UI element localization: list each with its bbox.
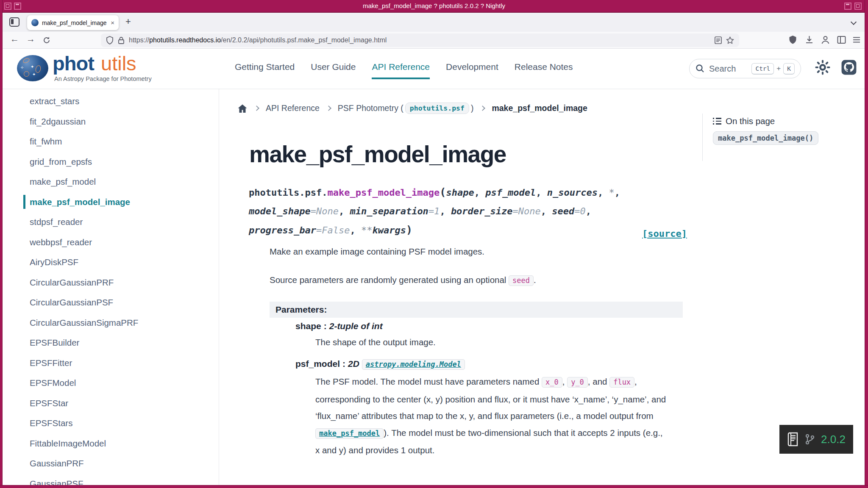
sidebars-icon[interactable] xyxy=(837,35,846,44)
toc-links: make_psf_model_image() xyxy=(713,134,818,142)
sidebar-item-fittableimagemodel[interactable]: FittableImageModel xyxy=(3,433,219,454)
tab-title: make_psf_model_image xyxy=(42,19,107,26)
logo-tagline: An Astropy Package for Photometry xyxy=(54,75,152,82)
url-bar[interactable]: https://photutils.readthedocs.io/en/2.0.… xyxy=(101,33,739,47)
param-type: 2D xyxy=(348,359,362,369)
breadcrumb-psf-photometry[interactable]: PSF Photometry ( photutils.psf ) xyxy=(338,103,474,114)
logo-text-phot[interactable]: phot xyxy=(53,52,94,75)
github-icon[interactable] xyxy=(841,59,857,75)
parameters-header: Parameters: xyxy=(270,302,683,318)
window-maximize-button[interactable] xyxy=(854,3,862,10)
sidebar-item-gaussianpsf[interactable]: GaussianPSF xyxy=(3,474,219,486)
description-paragraph: Make an example image containing PSF mod… xyxy=(270,245,693,258)
toc-heading: On this page xyxy=(726,116,775,126)
sidebar-item-extract_stars[interactable]: extract_stars xyxy=(3,91,219,111)
sidebar-item-airydiskpsf[interactable]: AiryDiskPSF xyxy=(3,252,219,272)
function-signature: photutils.psf.make_psf_model_image(shape… xyxy=(249,183,687,240)
inline-code: x_0 xyxy=(542,377,562,388)
sidebar-item-epsfstars[interactable]: EPSFStars xyxy=(3,413,219,433)
sidebar-item-fit_fwhm[interactable]: fit_fwhm xyxy=(3,131,219,152)
sidebar-item-epsffitter[interactable]: EPSFFitter xyxy=(3,353,219,373)
sidebar-item-circulargaussianpsf[interactable]: CircularGaussianPSF xyxy=(3,292,219,313)
version-label: 2.0.2 xyxy=(821,433,846,446)
back-button[interactable]: ← xyxy=(10,34,19,44)
sidebar-item-epsfmodel[interactable]: EPSFModel xyxy=(3,373,219,393)
window-titlebar: make_psf_model_image ? photutils 2.0.2 ?… xyxy=(0,0,868,13)
version-switcher[interactable]: 2.0.2 xyxy=(779,425,853,454)
new-tab-button[interactable]: + xyxy=(125,16,131,27)
nav-item-api-reference[interactable]: API Reference xyxy=(372,62,430,79)
search-box[interactable]: Search Ctrl + K xyxy=(689,59,801,78)
breadcrumb-separator-icon xyxy=(480,105,486,111)
description-paragraph: Source parameters are randomly generated… xyxy=(270,273,693,287)
nav-item-getting-started[interactable]: Getting Started xyxy=(235,62,295,79)
tab-close-icon[interactable]: × xyxy=(111,19,114,26)
code-reference-link[interactable]: astropy.modeling.Model xyxy=(362,359,465,370)
parameters-list: shape:2-tuple of intThe shape of the out… xyxy=(295,321,683,468)
search-icon xyxy=(696,64,705,73)
tracking-shield-icon[interactable] xyxy=(106,36,114,44)
list-all-tabs-icon[interactable] xyxy=(851,20,856,25)
extensions-shield-icon[interactable] xyxy=(788,35,797,44)
nav-item-user-guide[interactable]: User Guide xyxy=(311,62,356,79)
code-reference-link[interactable]: make_psf_model xyxy=(315,428,384,439)
browser-tab[interactable]: make_psf_model_image × xyxy=(27,15,119,30)
lock-icon[interactable] xyxy=(118,36,125,44)
sidebar-item-epsfbuilder[interactable]: EPSFBuilder xyxy=(3,333,219,353)
sidebar-item-circulargaussiansigmaprf[interactable]: CircularGaussianSigmaPRF xyxy=(3,313,219,333)
navigation-toolbar: ← → https://photutils.readthedocs.io/en/… xyxy=(3,32,865,49)
window-minimize-button[interactable] xyxy=(844,3,851,10)
sidebar-nav: extract_starsfit_2dgaussianfit_fwhmgrid_… xyxy=(3,89,219,485)
bookmark-star-icon[interactable] xyxy=(726,36,734,44)
sidebar-item-webbpsf_reader[interactable]: webbpsf_reader xyxy=(3,232,219,252)
breadcrumb-separator-icon xyxy=(326,105,331,111)
list-icon xyxy=(713,118,721,125)
sidebar-item-gaussianprf[interactable]: GaussianPRF xyxy=(3,453,219,474)
forward-button[interactable]: → xyxy=(26,34,35,44)
sidebar-item-fit_2dgaussian[interactable]: fit_2dgaussian xyxy=(3,111,219,132)
param-description: The shape of the output image. xyxy=(315,336,669,349)
param-type: 2-tuple of int xyxy=(329,321,383,331)
source-link[interactable]: [source] xyxy=(642,228,687,239)
sidebar-item-epsfstar[interactable]: EPSFStar xyxy=(3,393,219,413)
sidebar-item-grid_from_epsfs[interactable]: grid_from_epsfs xyxy=(3,152,219,172)
window-title: make_psf_model_image ? photutils 2.0.2 ?… xyxy=(0,0,868,12)
breadcrumb-api-reference[interactable]: API Reference xyxy=(266,103,320,113)
search-placeholder: Search xyxy=(709,64,747,74)
account-icon[interactable] xyxy=(821,35,830,44)
site-header: ✦ ✧ ✦ phot utils An Astropy Package for … xyxy=(3,49,865,89)
parameters-label: Parameters: xyxy=(275,305,327,315)
breadcrumb-current: make_psf_model_image xyxy=(492,103,587,113)
sidebar-item-make_psf_model[interactable]: make_psf_model xyxy=(3,172,219,192)
home-icon[interactable] xyxy=(237,104,248,113)
photutils-logo-icon[interactable]: ✦ ✧ ✦ xyxy=(17,55,48,81)
sidebar-item-make_psf_model_image[interactable]: make_psf_model_image xyxy=(3,192,219,212)
window-border xyxy=(0,485,868,488)
downloads-icon[interactable] xyxy=(805,35,814,44)
param-term-psf_model: psf_model:2D astropy.modeling.Model xyxy=(295,359,683,369)
logo-text-utils[interactable]: utils xyxy=(101,52,136,75)
param-name: psf_model xyxy=(295,359,340,369)
reload-button[interactable] xyxy=(42,36,51,44)
menu-icon[interactable] xyxy=(852,35,861,44)
url-text: https://photutils.readthedocs.io/en/2.0.… xyxy=(129,36,710,44)
reader-mode-icon[interactable] xyxy=(715,36,722,44)
toc-divider xyxy=(702,114,703,161)
inline-code: y_0 xyxy=(567,377,588,388)
kbd-ctrl: Ctrl xyxy=(751,63,774,75)
toc-heading-row: On this page xyxy=(713,116,775,126)
sidebar-item-stdpsf_reader[interactable]: stdpsf_reader xyxy=(3,212,219,232)
kbd-k: K xyxy=(783,63,795,75)
nav-item-development[interactable]: Development xyxy=(446,62,498,79)
theme-toggle-sun-icon[interactable] xyxy=(815,59,831,75)
nav-item-release-notes[interactable]: Release Notes xyxy=(515,62,573,79)
breadcrumb-module-chip[interactable]: photutils.psf xyxy=(405,103,469,114)
toc-link[interactable]: make_psf_model_image() xyxy=(713,131,818,145)
tab-favicon-icon xyxy=(31,19,39,26)
inline-code: seed xyxy=(509,275,534,286)
firefox-view-icon[interactable] xyxy=(9,17,19,27)
param-description: The PSF model. The model must have param… xyxy=(315,373,669,459)
sidebar-item-circulargaussianprf[interactable]: CircularGaussianPRF xyxy=(3,272,219,293)
param-name: shape xyxy=(295,321,321,331)
breadcrumb-separator-icon xyxy=(254,105,259,111)
